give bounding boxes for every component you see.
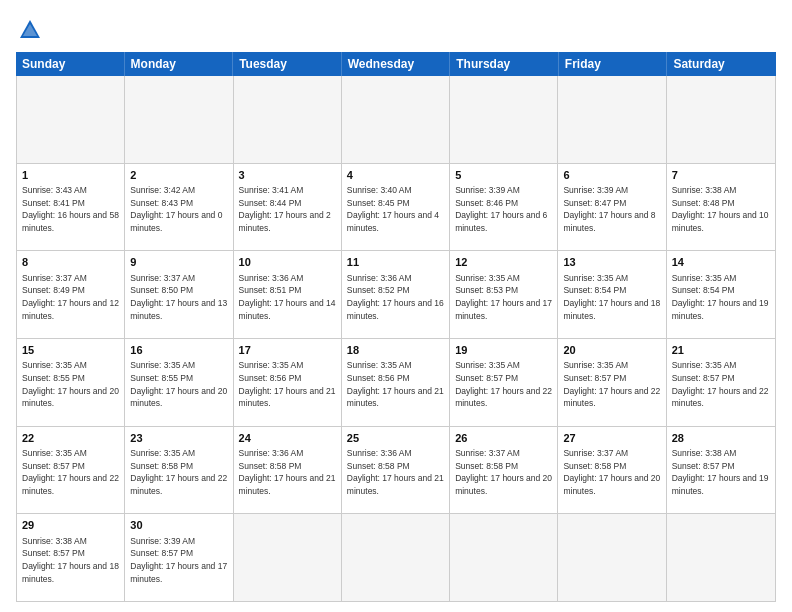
weekday-header-tuesday: Tuesday	[233, 52, 342, 76]
cell-info: Sunrise: 3:35 AMSunset: 8:58 PMDaylight:…	[130, 448, 227, 496]
calendar-row-2: 8Sunrise: 3:37 AMSunset: 8:49 PMDaylight…	[17, 251, 775, 339]
calendar-cell: 26Sunrise: 3:37 AMSunset: 8:58 PMDayligh…	[450, 427, 558, 514]
cell-info: Sunrise: 3:36 AMSunset: 8:52 PMDaylight:…	[347, 273, 444, 321]
weekday-header-wednesday: Wednesday	[342, 52, 451, 76]
logo-icon	[16, 16, 44, 44]
calendar-cell: 13Sunrise: 3:35 AMSunset: 8:54 PMDayligh…	[558, 251, 666, 338]
calendar-cell: 12Sunrise: 3:35 AMSunset: 8:53 PMDayligh…	[450, 251, 558, 338]
day-number: 4	[347, 168, 444, 183]
day-number: 12	[455, 255, 552, 270]
calendar-cell	[342, 76, 450, 163]
cell-info: Sunrise: 3:37 AMSunset: 8:49 PMDaylight:…	[22, 273, 119, 321]
cell-info: Sunrise: 3:38 AMSunset: 8:57 PMDaylight:…	[22, 536, 119, 584]
cell-info: Sunrise: 3:36 AMSunset: 8:58 PMDaylight:…	[347, 448, 444, 496]
cell-info: Sunrise: 3:35 AMSunset: 8:57 PMDaylight:…	[672, 360, 769, 408]
calendar-row-0	[17, 76, 775, 164]
day-number: 2	[130, 168, 227, 183]
calendar-cell	[342, 514, 450, 601]
calendar-cell: 7Sunrise: 3:38 AMSunset: 8:48 PMDaylight…	[667, 164, 775, 251]
calendar-cell: 22Sunrise: 3:35 AMSunset: 8:57 PMDayligh…	[17, 427, 125, 514]
calendar-cell	[667, 514, 775, 601]
calendar-cell: 15Sunrise: 3:35 AMSunset: 8:55 PMDayligh…	[17, 339, 125, 426]
cell-info: Sunrise: 3:36 AMSunset: 8:51 PMDaylight:…	[239, 273, 336, 321]
calendar-cell: 24Sunrise: 3:36 AMSunset: 8:58 PMDayligh…	[234, 427, 342, 514]
weekday-header-saturday: Saturday	[667, 52, 776, 76]
cell-info: Sunrise: 3:43 AMSunset: 8:41 PMDaylight:…	[22, 185, 119, 233]
day-number: 7	[672, 168, 770, 183]
cell-info: Sunrise: 3:37 AMSunset: 8:50 PMDaylight:…	[130, 273, 227, 321]
calendar-cell: 6Sunrise: 3:39 AMSunset: 8:47 PMDaylight…	[558, 164, 666, 251]
calendar-cell: 11Sunrise: 3:36 AMSunset: 8:52 PMDayligh…	[342, 251, 450, 338]
calendar-cell: 29Sunrise: 3:38 AMSunset: 8:57 PMDayligh…	[17, 514, 125, 601]
calendar-cell: 21Sunrise: 3:35 AMSunset: 8:57 PMDayligh…	[667, 339, 775, 426]
calendar-cell	[234, 76, 342, 163]
day-number: 26	[455, 431, 552, 446]
calendar-cell: 27Sunrise: 3:37 AMSunset: 8:58 PMDayligh…	[558, 427, 666, 514]
day-number: 14	[672, 255, 770, 270]
cell-info: Sunrise: 3:38 AMSunset: 8:57 PMDaylight:…	[672, 448, 769, 496]
calendar-cell: 17Sunrise: 3:35 AMSunset: 8:56 PMDayligh…	[234, 339, 342, 426]
cell-info: Sunrise: 3:37 AMSunset: 8:58 PMDaylight:…	[455, 448, 552, 496]
calendar-body: 1Sunrise: 3:43 AMSunset: 8:41 PMDaylight…	[16, 76, 776, 602]
cell-info: Sunrise: 3:35 AMSunset: 8:57 PMDaylight:…	[22, 448, 119, 496]
day-number: 29	[22, 518, 119, 533]
day-number: 28	[672, 431, 770, 446]
cell-info: Sunrise: 3:39 AMSunset: 8:47 PMDaylight:…	[563, 185, 655, 233]
calendar-cell	[234, 514, 342, 601]
day-number: 27	[563, 431, 660, 446]
calendar-cell: 5Sunrise: 3:39 AMSunset: 8:46 PMDaylight…	[450, 164, 558, 251]
day-number: 20	[563, 343, 660, 358]
calendar-row-3: 15Sunrise: 3:35 AMSunset: 8:55 PMDayligh…	[17, 339, 775, 427]
calendar-cell	[667, 76, 775, 163]
cell-info: Sunrise: 3:41 AMSunset: 8:44 PMDaylight:…	[239, 185, 331, 233]
cell-info: Sunrise: 3:35 AMSunset: 8:55 PMDaylight:…	[22, 360, 119, 408]
calendar-row-4: 22Sunrise: 3:35 AMSunset: 8:57 PMDayligh…	[17, 427, 775, 515]
day-number: 22	[22, 431, 119, 446]
day-number: 18	[347, 343, 444, 358]
calendar-cell	[17, 76, 125, 163]
calendar-cell: 25Sunrise: 3:36 AMSunset: 8:58 PMDayligh…	[342, 427, 450, 514]
weekday-header-monday: Monday	[125, 52, 234, 76]
day-number: 23	[130, 431, 227, 446]
cell-info: Sunrise: 3:35 AMSunset: 8:54 PMDaylight:…	[563, 273, 660, 321]
day-number: 21	[672, 343, 770, 358]
day-number: 13	[563, 255, 660, 270]
calendar-cell	[450, 76, 558, 163]
cell-info: Sunrise: 3:35 AMSunset: 8:57 PMDaylight:…	[455, 360, 552, 408]
day-number: 24	[239, 431, 336, 446]
calendar-cell: 10Sunrise: 3:36 AMSunset: 8:51 PMDayligh…	[234, 251, 342, 338]
day-number: 15	[22, 343, 119, 358]
calendar-cell	[558, 76, 666, 163]
day-number: 10	[239, 255, 336, 270]
calendar-cell: 3Sunrise: 3:41 AMSunset: 8:44 PMDaylight…	[234, 164, 342, 251]
cell-info: Sunrise: 3:36 AMSunset: 8:58 PMDaylight:…	[239, 448, 336, 496]
weekday-header-friday: Friday	[559, 52, 668, 76]
day-number: 25	[347, 431, 444, 446]
calendar-cell: 8Sunrise: 3:37 AMSunset: 8:49 PMDaylight…	[17, 251, 125, 338]
day-number: 5	[455, 168, 552, 183]
cell-info: Sunrise: 3:39 AMSunset: 8:57 PMDaylight:…	[130, 536, 227, 584]
weekday-header-sunday: Sunday	[16, 52, 125, 76]
calendar-cell: 28Sunrise: 3:38 AMSunset: 8:57 PMDayligh…	[667, 427, 775, 514]
day-number: 17	[239, 343, 336, 358]
calendar-cell: 23Sunrise: 3:35 AMSunset: 8:58 PMDayligh…	[125, 427, 233, 514]
cell-info: Sunrise: 3:35 AMSunset: 8:53 PMDaylight:…	[455, 273, 552, 321]
calendar-header: SundayMondayTuesdayWednesdayThursdayFrid…	[16, 52, 776, 76]
calendar-row-5: 29Sunrise: 3:38 AMSunset: 8:57 PMDayligh…	[17, 514, 775, 601]
calendar-cell: 30Sunrise: 3:39 AMSunset: 8:57 PMDayligh…	[125, 514, 233, 601]
calendar-cell: 1Sunrise: 3:43 AMSunset: 8:41 PMDaylight…	[17, 164, 125, 251]
cell-info: Sunrise: 3:39 AMSunset: 8:46 PMDaylight:…	[455, 185, 547, 233]
cell-info: Sunrise: 3:37 AMSunset: 8:58 PMDaylight:…	[563, 448, 660, 496]
cell-info: Sunrise: 3:35 AMSunset: 8:54 PMDaylight:…	[672, 273, 769, 321]
day-number: 30	[130, 518, 227, 533]
day-number: 3	[239, 168, 336, 183]
day-number: 19	[455, 343, 552, 358]
calendar-row-1: 1Sunrise: 3:43 AMSunset: 8:41 PMDaylight…	[17, 164, 775, 252]
calendar-cell	[125, 76, 233, 163]
calendar-cell: 20Sunrise: 3:35 AMSunset: 8:57 PMDayligh…	[558, 339, 666, 426]
day-number: 11	[347, 255, 444, 270]
cell-info: Sunrise: 3:35 AMSunset: 8:57 PMDaylight:…	[563, 360, 660, 408]
calendar: SundayMondayTuesdayWednesdayThursdayFrid…	[16, 52, 776, 602]
logo	[16, 16, 48, 44]
cell-info: Sunrise: 3:35 AMSunset: 8:55 PMDaylight:…	[130, 360, 227, 408]
